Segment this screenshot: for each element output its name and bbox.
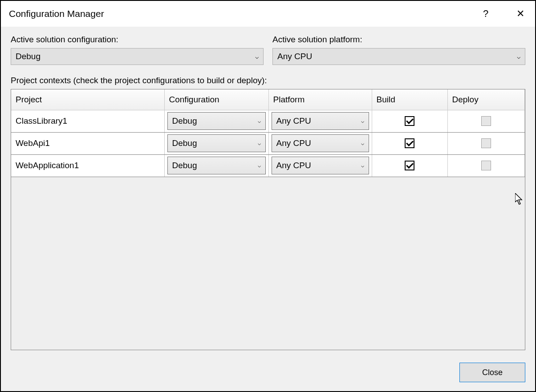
config-value: Debug: [172, 161, 258, 170]
project-name-cell: WebApi1: [11, 132, 164, 154]
deploy-cell: [447, 154, 525, 177]
chevron-down-icon: ⌵: [361, 118, 364, 124]
active-config-group: Active solution configuration: Debug ⌵: [11, 35, 264, 65]
platform-cell: Any CPU ⌵: [268, 132, 372, 154]
help-button[interactable]: ?: [473, 1, 499, 27]
build-checkbox[interactable]: [405, 116, 414, 126]
build-cell: [372, 110, 447, 132]
active-platform-label: Active solution platform:: [272, 35, 525, 44]
column-header-build[interactable]: Build: [372, 89, 447, 110]
platform-select[interactable]: Any CPU ⌵: [272, 112, 369, 130]
column-header-deploy[interactable]: Deploy: [447, 89, 525, 110]
projects-table: Project Configuration Platform Build Dep…: [11, 89, 525, 177]
platform-value: Any CPU: [276, 161, 361, 170]
config-cell: Debug ⌵: [164, 110, 268, 132]
chevron-down-icon: ⌵: [258, 140, 261, 146]
project-contexts-label: Project contexts (check the project conf…: [11, 76, 525, 85]
platform-select[interactable]: Any CPU ⌵: [272, 157, 369, 174]
active-config-value: Debug: [16, 52, 255, 61]
active-platform-select[interactable]: Any CPU ⌵: [272, 48, 525, 65]
build-checkbox[interactable]: [405, 161, 414, 170]
config-value: Debug: [172, 138, 258, 148]
close-icon: ✕: [516, 8, 524, 20]
platform-select[interactable]: Any CPU ⌵: [272, 134, 369, 152]
build-cell: [372, 154, 447, 177]
deploy-checkbox: [481, 161, 491, 170]
dialog-footer: Close: [11, 350, 525, 382]
table-row: ClassLibrary1 Debug ⌵ Any CPU ⌵: [11, 110, 525, 132]
chevron-down-icon: ⌵: [258, 162, 261, 169]
config-select[interactable]: Debug ⌵: [167, 112, 266, 130]
platform-value: Any CPU: [276, 116, 361, 126]
deploy-checkbox: [481, 138, 491, 148]
active-platform-group: Active solution platform: Any CPU ⌵: [272, 35, 525, 65]
table-header-row: Project Configuration Platform Build Dep…: [11, 89, 525, 110]
platform-cell: Any CPU ⌵: [268, 154, 372, 177]
project-name-cell: ClassLibrary1: [11, 110, 164, 132]
deploy-cell: [447, 110, 525, 132]
platform-value: Any CPU: [276, 138, 361, 148]
platform-cell: Any CPU ⌵: [268, 110, 372, 132]
chevron-down-icon: ⌵: [517, 53, 520, 60]
active-platform-value: Any CPU: [277, 52, 517, 61]
config-select[interactable]: Debug ⌵: [167, 134, 266, 152]
chevron-down-icon: ⌵: [258, 118, 261, 124]
config-manager-dialog: Configuration Manager ? ✕ Active solutio…: [0, 0, 536, 392]
chevron-down-icon: ⌵: [255, 53, 259, 60]
window-title: Configuration Manager: [9, 8, 473, 19]
config-select[interactable]: Debug ⌵: [167, 157, 266, 174]
build-cell: [372, 132, 447, 154]
active-config-label: Active solution configuration:: [11, 35, 264, 44]
deploy-checkbox: [481, 116, 491, 126]
column-header-platform[interactable]: Platform: [268, 89, 372, 110]
config-value: Debug: [172, 116, 258, 126]
chevron-down-icon: ⌵: [361, 140, 364, 146]
config-cell: Debug ⌵: [164, 132, 268, 154]
close-button[interactable]: Close: [459, 363, 525, 382]
project-name-cell: WebApplication1: [11, 154, 164, 177]
column-header-project[interactable]: Project: [11, 89, 164, 110]
chevron-down-icon: ⌵: [361, 162, 364, 169]
projects-grid: Project Configuration Platform Build Dep…: [11, 89, 525, 350]
build-checkbox[interactable]: [405, 138, 414, 148]
active-config-select[interactable]: Debug ⌵: [11, 48, 264, 65]
config-cell: Debug ⌵: [164, 154, 268, 177]
titlebar: Configuration Manager ? ✕: [1, 1, 535, 27]
column-header-configuration[interactable]: Configuration: [164, 89, 268, 110]
window-close-button[interactable]: ✕: [508, 1, 533, 27]
deploy-cell: [447, 132, 525, 154]
solution-selectors: Active solution configuration: Debug ⌵ A…: [11, 35, 525, 65]
table-row: WebApi1 Debug ⌵ Any CPU ⌵: [11, 132, 525, 154]
help-icon: ?: [483, 8, 488, 20]
content-area: Active solution configuration: Debug ⌵ A…: [1, 27, 535, 391]
table-row: WebApplication1 Debug ⌵ Any CPU ⌵: [11, 154, 525, 177]
